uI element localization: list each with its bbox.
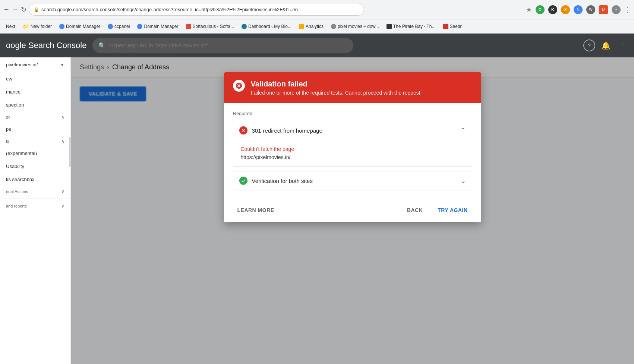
bookmark-domain-manager-1[interactable]: Domain Manager xyxy=(56,22,103,31)
sidebar-item-searchbox-label: ks searchbox xyxy=(6,177,35,182)
bookmark-ccpanel-label: ccpanel xyxy=(114,24,130,29)
accordion-verification-chevron[interactable]: ⌄ xyxy=(460,177,466,185)
bookmark-dashboard-label: Dashboard ‹ My Blo... xyxy=(248,24,291,29)
forward-nav-icon[interactable]: → xyxy=(12,6,19,13)
bookmark-pixel-movies[interactable]: pixel movies – dow... xyxy=(328,22,382,31)
domain-manager-2-icon xyxy=(137,24,142,29)
bookmark-softaculous-label: Softaculous - Softa... xyxy=(193,24,234,29)
body-layout: pixelmovies.in/ ▼ ew mance spection ge ∧ xyxy=(0,57,634,364)
lock-icon: 🔒 xyxy=(34,7,39,12)
star-icon[interactable]: ★ xyxy=(526,6,532,14)
bookmark-softaculous[interactable]: Softaculous - Softa... xyxy=(183,22,237,31)
accordion-verification-label: Verification for both sites xyxy=(252,178,456,184)
learn-more-button[interactable]: LEARN MORE xyxy=(233,204,279,216)
modal-footer-right: BACK TRY AGAIN xyxy=(403,204,472,216)
bookmark-seedr[interactable]: Seedr xyxy=(440,22,465,31)
sidebar-section-experience-label: ts xyxy=(6,139,9,143)
help-icon[interactable]: ? xyxy=(583,39,595,51)
back-nav-icon[interactable]: ← xyxy=(3,6,10,13)
sidebar-item-experimental[interactable]: (experimental) xyxy=(0,147,70,160)
sidebar-section-links-reports[interactable]: and reports ∨ xyxy=(0,200,70,212)
bookmark-dashboard[interactable]: Dashboard ‹ My Blo... xyxy=(239,22,294,31)
bookmark-pirate-bay[interactable]: The Pirate Bay - Th... xyxy=(384,22,439,31)
try-again-button[interactable]: TRY AGAIN xyxy=(433,204,472,216)
sidebar-section-indexing[interactable]: ge ∧ xyxy=(0,111,70,123)
bookmark-ccpanel[interactable]: ccpanel xyxy=(105,22,133,31)
app-header: oogle Search Console 🔍 ? 🔔 ⋮ xyxy=(0,34,634,57)
modal-subtitle: Failed one or more of the required tests… xyxy=(251,90,420,96)
accordion-verification: Verification for both sites ⌄ xyxy=(233,171,472,190)
bookmark-analytics[interactable]: Analytics xyxy=(296,22,327,31)
main-content: Settings › Change of Address VALIDATE & … xyxy=(71,57,634,364)
ccpanel-icon xyxy=(108,24,113,29)
sidebar-item-performance[interactable]: mance xyxy=(0,85,70,98)
ext-icon-2: K xyxy=(548,5,557,14)
modal-header: Validation failed Failed one or more of … xyxy=(224,72,481,103)
sidebar-property-selector[interactable]: pixelmovies.in/ ▼ xyxy=(0,57,70,72)
address-bar[interactable]: 🔒 search.google.com/search-console/setti… xyxy=(29,4,364,16)
ext-icon-7: • xyxy=(612,5,621,14)
bookmark-domain-manager-2-label: Domain Manager xyxy=(144,24,178,29)
sidebar-property-arrow: ▼ xyxy=(60,62,64,67)
accordion-redirect-status-icon xyxy=(239,126,247,134)
sidebar-item-overview-label: ew xyxy=(6,76,12,82)
accordion-verification-status-icon xyxy=(239,177,247,185)
back-button[interactable]: BACK xyxy=(403,204,427,216)
accordion-redirect-error-text: Couldn't fetch the page xyxy=(241,146,464,152)
sidebar-item-sitemaps-label: ps xyxy=(6,126,11,132)
sidebar-section-manual-actions[interactable]: nual Actions ∨ xyxy=(0,186,70,197)
analytics-icon xyxy=(299,24,304,29)
notifications-icon[interactable]: 🔔 xyxy=(600,39,612,51)
app: oogle Search Console 🔍 ? 🔔 ⋮ pixelmovies… xyxy=(0,34,634,364)
bookmark-next-label: Next xyxy=(6,24,15,29)
sidebar-scrollbar xyxy=(69,137,70,167)
reload-icon[interactable]: ↻ xyxy=(21,6,26,14)
bookmark-pirate-bay-label: The Pirate Bay - Th... xyxy=(393,24,436,29)
ext-icon-1: C xyxy=(536,5,545,14)
modal-title: Validation failed xyxy=(251,80,420,88)
accordion-redirect-content: Couldn't fetch the page https://pixelmov… xyxy=(233,140,472,166)
sidebar-property-name: pixelmovies.in/ xyxy=(6,62,60,67)
modal-section-label: Required xyxy=(233,111,472,116)
sidebar-item-overview[interactable]: ew xyxy=(0,72,70,85)
accordion-redirect-header[interactable]: 301-redirect from homepage ⌃ xyxy=(233,121,472,140)
bookmark-domain-manager-2[interactable]: Domain Manager xyxy=(134,22,181,31)
sidebar-item-searchbox[interactable]: ks searchbox xyxy=(0,173,70,186)
ext-icon-5: W xyxy=(586,5,595,14)
bookmark-next[interactable]: Next xyxy=(3,22,18,31)
pixel-movies-icon xyxy=(331,24,336,29)
pirate-bay-icon xyxy=(387,24,392,29)
softaculous-icon xyxy=(186,24,191,29)
sidebar-item-inspection-label: spection xyxy=(6,102,24,108)
modal-header-text: Validation failed Failed one or more of … xyxy=(251,80,420,96)
accordion-verification-header[interactable]: Verification for both sites ⌄ xyxy=(233,171,472,190)
modal-error-icon xyxy=(233,80,245,92)
modal-overlay: Validation failed Failed one or more of … xyxy=(71,57,634,364)
browser-icons: ★ C K ✉ N W D • ⋮ xyxy=(526,5,631,14)
sidebar-section-indexing-chevron[interactable]: ∧ xyxy=(61,114,64,120)
accordion-redirect-url: https://pixelmovies.in/ xyxy=(241,154,464,160)
sidebar-item-experimental-label: (experimental) xyxy=(6,151,37,156)
menu-icon[interactable]: ⋮ xyxy=(624,6,631,14)
sidebar-item-performance-label: mance xyxy=(6,89,20,95)
sidebar-item-inspection[interactable]: spection xyxy=(0,98,70,111)
app-title: oogle Search Console xyxy=(6,41,86,50)
bookmark-seedr-label: Seedr xyxy=(450,24,462,29)
sidebar-section-experience-chevron[interactable]: ∧ xyxy=(61,139,64,144)
accordion-redirect: 301-redirect from homepage ⌃ Couldn't fe… xyxy=(233,121,472,167)
ext-icon-3: ✉ xyxy=(561,5,570,14)
sidebar-section-experience[interactable]: ts ∧ xyxy=(0,136,70,147)
bookmark-new-folder[interactable]: 📁 New folder xyxy=(20,22,55,31)
apps-grid-icon[interactable]: ⋮ xyxy=(616,39,628,51)
search-icon: 🔍 xyxy=(98,42,106,49)
sidebar-section-links-reports-chevron[interactable]: ∨ xyxy=(61,203,64,209)
search-bar[interactable]: 🔍 xyxy=(92,38,353,53)
sidebar-item-usability[interactable]: Usability xyxy=(0,160,70,173)
accordion-redirect-chevron[interactable]: ⌃ xyxy=(460,126,466,134)
seedr-icon xyxy=(443,24,448,29)
sidebar-item-usability-label: Usability xyxy=(6,164,24,169)
search-input[interactable] xyxy=(109,42,347,48)
modal-body: Required 301-redirect from h xyxy=(224,103,481,198)
sidebar-section-manual-actions-chevron[interactable]: ∨ xyxy=(61,189,64,194)
sidebar-item-sitemaps[interactable]: ps xyxy=(0,123,70,136)
